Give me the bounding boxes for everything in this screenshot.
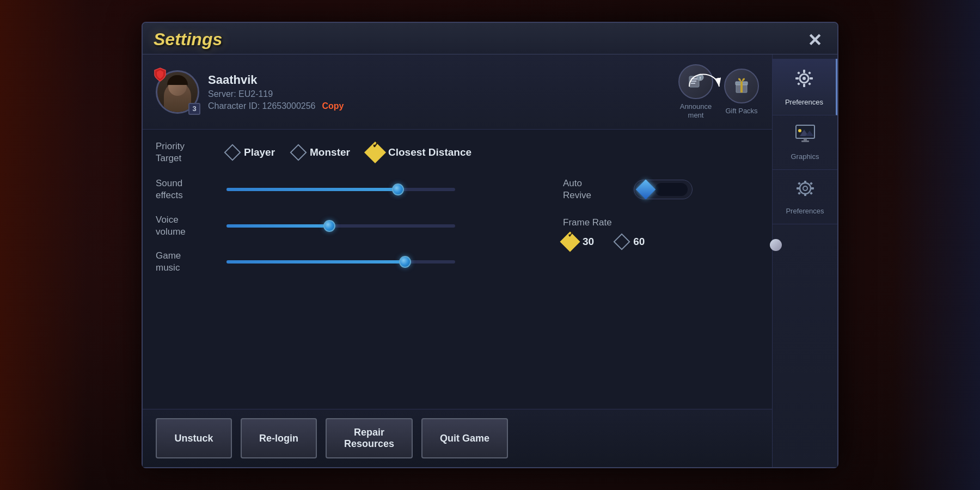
svg-rect-17 bbox=[808, 82, 811, 85]
quit-game-button[interactable]: Quit Game bbox=[421, 418, 508, 458]
fps30-option[interactable]: ✓ 30 bbox=[563, 235, 594, 249]
sliders-col: Soundeffects Voicevolume bbox=[156, 177, 541, 274]
auto-revive-toggle[interactable] bbox=[634, 180, 693, 199]
announcement-label: Announcement bbox=[680, 102, 712, 119]
svg-rect-9 bbox=[740, 82, 743, 93]
auto-revive-control bbox=[634, 180, 693, 199]
character-id-row: Character ID: 12653000256 Copy bbox=[208, 101, 659, 111]
player-option[interactable]: Player bbox=[226, 146, 275, 158]
level-badge: 3 bbox=[188, 103, 200, 115]
voice-volume-slider-container bbox=[226, 224, 541, 228]
server-info: Server: EU2-119 bbox=[208, 89, 659, 99]
unstuck-button[interactable]: Unstuck bbox=[156, 418, 232, 458]
svg-rect-14 bbox=[795, 77, 799, 79]
content-area: 3 Saathvik Server: EU2-119 Character ID:… bbox=[143, 54, 837, 467]
sound-effects-label: Soundeffects bbox=[156, 177, 226, 201]
settings-content: PriorityTarget Player Monster bbox=[143, 130, 772, 409]
fps30-label: 30 bbox=[583, 236, 594, 248]
sound-effects-row: Soundeffects bbox=[156, 177, 541, 201]
voice-volume-label: Voicevolume bbox=[156, 214, 226, 238]
username: Saathvik bbox=[208, 73, 659, 87]
settings-modal: Settings ✕ bbox=[142, 22, 838, 468]
svg-rect-15 bbox=[810, 77, 813, 79]
svg-rect-36 bbox=[810, 192, 813, 195]
sidebar-tab-preferences-top[interactable]: Preferences bbox=[773, 59, 837, 115]
auto-revive-label: AutoRevive bbox=[563, 177, 634, 201]
voice-volume-row: Voicevolume bbox=[156, 214, 541, 238]
voice-volume-thumb[interactable] bbox=[323, 220, 335, 232]
close-button[interactable]: ✕ bbox=[803, 28, 826, 52]
fps60-radio[interactable] bbox=[614, 233, 630, 250]
svg-rect-33 bbox=[798, 182, 801, 185]
svg-rect-18 bbox=[808, 71, 811, 75]
right-sidebar: Preferences G bbox=[772, 54, 837, 467]
preferences-bottom-label: Preferences bbox=[786, 207, 824, 215]
game-music-thumb[interactable] bbox=[399, 256, 411, 268]
character-id-label: Character ID: 12653000256 bbox=[208, 101, 315, 111]
auto-revive-track bbox=[655, 183, 688, 196]
svg-rect-16 bbox=[797, 71, 800, 75]
closest-label: Closest Distance bbox=[388, 146, 471, 158]
monster-option[interactable]: Monster bbox=[292, 146, 350, 158]
svg-rect-29 bbox=[804, 181, 806, 183]
game-music-track[interactable] bbox=[226, 260, 455, 264]
player-label: Player bbox=[244, 146, 275, 158]
monster-radio[interactable] bbox=[290, 144, 307, 161]
game-music-slider-container bbox=[226, 260, 541, 264]
sound-effects-fill bbox=[226, 188, 398, 191]
svg-point-27 bbox=[800, 183, 811, 194]
svg-rect-26 bbox=[801, 140, 809, 142]
svg-rect-12 bbox=[803, 70, 805, 73]
fps30-radio[interactable]: ✓ bbox=[560, 231, 580, 252]
title-bar: Settings ✕ bbox=[143, 23, 837, 54]
frame-rate-options: ✓ 30 60 bbox=[563, 235, 759, 249]
svg-rect-35 bbox=[798, 192, 801, 195]
avatar-container: 3 bbox=[156, 70, 199, 114]
scroll-handle[interactable] bbox=[770, 239, 782, 251]
voice-volume-track[interactable] bbox=[226, 224, 455, 228]
graphics-icon bbox=[794, 124, 816, 148]
sliders-section: Soundeffects Voicevolume bbox=[156, 177, 759, 274]
sound-effects-slider-container bbox=[226, 188, 541, 191]
svg-rect-32 bbox=[811, 187, 814, 189]
main-panel: 3 Saathvik Server: EU2-119 Character ID:… bbox=[143, 54, 772, 467]
sidebar-tab-graphics[interactable]: Graphics bbox=[773, 115, 837, 170]
svg-rect-19 bbox=[797, 82, 800, 85]
gift-packs-icon-item[interactable]: Gift Packs bbox=[724, 69, 759, 115]
user-details: Saathvik Server: EU2-119 Character ID: 1… bbox=[208, 73, 659, 111]
gift-packs-icon bbox=[724, 69, 759, 103]
priority-target-label: PriorityTarget bbox=[156, 140, 226, 164]
graphics-label: Graphics bbox=[791, 152, 819, 161]
background-right bbox=[893, 0, 980, 490]
auto-revive-row: AutoRevive bbox=[563, 177, 759, 201]
svg-rect-30 bbox=[804, 193, 806, 196]
fps60-option[interactable]: 60 bbox=[616, 236, 645, 248]
sound-effects-thumb[interactable] bbox=[392, 183, 404, 195]
player-radio[interactable] bbox=[224, 144, 241, 161]
voice-volume-fill bbox=[226, 224, 329, 228]
preferences-top-label: Preferences bbox=[785, 98, 823, 106]
sidebar-tab-preferences-bottom[interactable]: Preferences bbox=[773, 170, 837, 224]
svg-rect-34 bbox=[810, 182, 813, 185]
preferences-bottom-icon bbox=[794, 179, 816, 203]
arrow-svg bbox=[684, 65, 727, 92]
game-music-fill bbox=[226, 260, 405, 264]
priority-target-row: PriorityTarget Player Monster bbox=[156, 140, 759, 164]
monster-label: Monster bbox=[310, 146, 350, 158]
svg-rect-31 bbox=[797, 187, 799, 189]
svg-point-24 bbox=[798, 129, 801, 132]
fps60-label: 60 bbox=[633, 236, 645, 248]
svg-point-11 bbox=[803, 77, 806, 80]
game-music-label: Gamemusic bbox=[156, 250, 226, 274]
frame-rate-section: Frame Rate ✓ 30 bbox=[563, 217, 759, 249]
relogin-button[interactable]: Re-login bbox=[241, 418, 317, 458]
right-controls: AutoRevive Frame Rate bbox=[563, 177, 759, 274]
repair-button[interactable]: RepairResources bbox=[326, 418, 413, 458]
shield-icon bbox=[152, 67, 168, 84]
copy-button[interactable]: Copy bbox=[322, 101, 344, 111]
action-icons: ! Announcement bbox=[667, 64, 759, 119]
sound-effects-track[interactable] bbox=[226, 188, 455, 191]
background-left bbox=[0, 0, 87, 490]
closest-option[interactable]: ✓ Closest Distance bbox=[367, 145, 471, 160]
bottom-bar: Unstuck Re-login RepairResources Quit Ga… bbox=[143, 409, 772, 467]
